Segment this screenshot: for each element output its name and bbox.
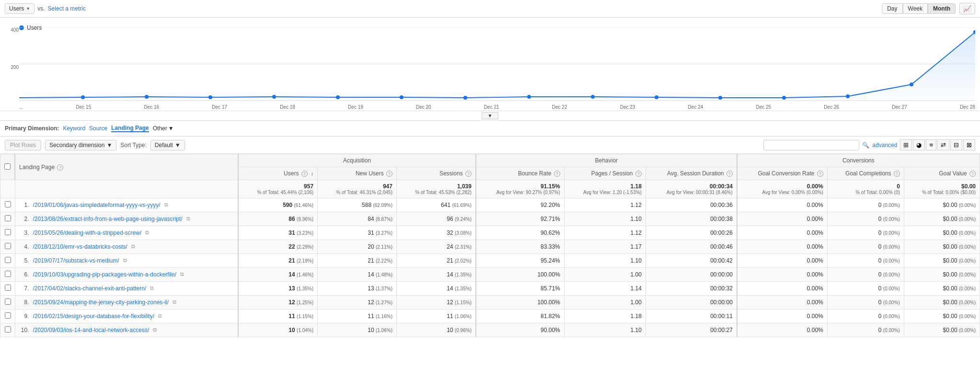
landing-page-link[interactable]: /2019/10/03/upgrading-pip-packages-withi… — [33, 271, 177, 278]
x-label-dec16: Dec 16 — [144, 104, 159, 110]
sort-default-dropdown[interactable]: Default ▼ — [150, 140, 185, 150]
goal-comp-info-icon[interactable]: ? — [894, 171, 900, 177]
open-in-icon[interactable]: ⧉ — [180, 271, 187, 278]
row-number: 9. — [19, 313, 31, 320]
totals-avgsession-cell: 00:00:34 Avg for View: 00:00:31 (8.46%) — [646, 180, 737, 198]
goal-comp-cell: 0 (0.00%) — [827, 254, 904, 268]
avg-session-cell: 00:00:00 — [646, 296, 737, 310]
landing-page-link[interactable]: /2015/09/24/mapping-the-jersey-city-park… — [33, 299, 169, 306]
secondary-dimension-dropdown[interactable]: Secondary dimension ▼ — [45, 140, 116, 150]
open-in-icon[interactable]: ⧉ — [123, 257, 130, 264]
compare-view-button[interactable]: ⇄ — [937, 139, 949, 150]
open-in-icon[interactable]: ⧉ — [173, 299, 179, 306]
bounce-rate-info-icon[interactable]: ? — [554, 171, 560, 177]
landing-page-link[interactable]: /2015/05/26/dealing-with-a-stripped-scre… — [33, 229, 142, 236]
open-in-icon[interactable]: ⧉ — [150, 285, 157, 292]
goal-comp-cell: 0 (0.00%) — [827, 310, 904, 323]
search-icon[interactable]: 🔍 — [862, 142, 869, 149]
svg-point-12 — [591, 95, 595, 99]
landing-page-link[interactable]: /2019/07/17/substack-vs-medium/ — [33, 257, 119, 264]
new-users-cell: 11 (1.16%) — [318, 310, 397, 323]
pages-session-cell: 1.12 — [564, 198, 646, 212]
goal-conv-cell: 0.00% — [737, 310, 827, 323]
landing-page-link[interactable]: /2013/08/26/extract-info-from-a-web-page… — [33, 216, 183, 222]
svg-point-4 — [81, 95, 85, 99]
month-button[interactable]: Month — [928, 3, 956, 14]
dim-keyword-link[interactable]: Keyword — [63, 125, 85, 132]
pie-view-button[interactable]: ◕ — [913, 139, 925, 150]
new-users-info-icon[interactable]: ? — [386, 171, 392, 177]
search-input[interactable] — [763, 140, 859, 150]
select-all-checkbox[interactable] — [4, 163, 11, 170]
open-in-icon[interactable]: ⧉ — [131, 243, 138, 250]
svg-point-8 — [336, 95, 340, 99]
row-checkbox[interactable] — [5, 285, 11, 291]
landing-page-link[interactable]: /2020/09/03/ios-14-and-local-network-acc… — [33, 327, 150, 333]
pages-session-cell: 1.12 — [564, 226, 646, 240]
row-checkbox[interactable] — [5, 215, 11, 221]
advanced-link[interactable]: advanced — [872, 142, 897, 149]
open-in-icon[interactable]: ⧉ — [186, 216, 193, 222]
x-label-dec25: Dec 25 — [756, 104, 771, 110]
table-view-button[interactable]: ⊠ — [963, 139, 975, 150]
totals-new-users-sub: % of Total: 46.31% (2,045) — [322, 190, 392, 195]
chart-toggle-button[interactable]: 📈 — [959, 3, 975, 14]
row-checkbox[interactable] — [5, 257, 11, 263]
goal-conv-cell: 0.00% — [737, 268, 827, 282]
row-checkbox[interactable] — [5, 243, 11, 249]
goal-value-info-icon[interactable]: ? — [969, 171, 976, 177]
totals-check-col — [0, 180, 15, 198]
row-checkbox[interactable] — [5, 271, 11, 277]
totals-goalvalue-sub: % of Total: 0.00% ($0.00) — [908, 190, 976, 195]
dimension-select-btn[interactable]: Users ▼ — [5, 3, 35, 14]
pivot-view-button[interactable]: ⊟ — [950, 139, 962, 150]
dim-source-link[interactable]: Source — [89, 125, 107, 132]
table-row: 8. /2015/09/24/mapping-the-jersey-city-p… — [0, 296, 980, 310]
scroll-indicator-btn[interactable]: ▼ — [482, 112, 499, 119]
row-checkbox[interactable] — [5, 298, 11, 305]
landing-page-info-icon[interactable]: ? — [57, 164, 63, 171]
open-in-icon[interactable]: ⧉ — [153, 327, 160, 333]
row-checkbox-cell — [0, 268, 15, 282]
bounce-rate-cell: 92.20% — [476, 198, 564, 212]
open-in-icon[interactable]: ⧉ — [164, 202, 171, 208]
scroll-indicator-area: ▼ — [0, 111, 980, 121]
avg-session-info-icon[interactable]: ? — [726, 171, 733, 177]
users-cell: 21 (2.19%) — [238, 254, 318, 268]
week-button[interactable]: Week — [903, 3, 928, 14]
open-in-icon[interactable]: ⧉ — [145, 229, 152, 236]
list-view-button[interactable]: ≡ — [926, 139, 936, 150]
x-label-0: ... — [19, 104, 23, 110]
grid-view-button[interactable]: ⊞ — [900, 139, 912, 150]
users-cell: 31 (3.23%) — [238, 226, 318, 240]
totals-goalconv-value: 0.00% — [741, 183, 823, 190]
open-in-icon[interactable]: ⧉ — [158, 313, 165, 320]
pages-session-info-icon[interactable]: ? — [635, 171, 642, 177]
goal-conv-cell: 0.00% — [737, 226, 827, 240]
landing-page-link[interactable]: /2019/01/06/javas-simpledateformat-yyyy-… — [33, 202, 161, 208]
row-checkbox[interactable] — [5, 201, 11, 207]
totals-goalcomp-cell: 0 % of Total: 0.00% (0) — [827, 180, 904, 198]
x-label-dec27: Dec 27 — [892, 104, 907, 110]
table-row: 2. /2013/08/26/extract-info-from-a-web-p… — [0, 212, 980, 226]
goal-value-cell: $0.00 (0.00%) — [904, 254, 980, 268]
plot-rows-button[interactable]: Plot Rows — [5, 140, 41, 150]
landing-page-link[interactable]: /2017/04/02/slacks-channel-exit-anti-pat… — [33, 285, 147, 292]
row-checkbox[interactable] — [5, 312, 11, 319]
row-checkbox[interactable] — [5, 229, 11, 235]
users-info-icon[interactable]: ? — [301, 171, 308, 177]
goal-value-cell: $0.00 (0.00%) — [904, 212, 980, 226]
select-metric-link[interactable]: Select a metric — [48, 5, 86, 12]
landing-page-link[interactable]: /2018/12/10/emr-vs-databricks-costs/ — [33, 243, 127, 250]
row-checkbox[interactable] — [5, 326, 11, 333]
dim-other-dropdown[interactable]: Other ▼ — [153, 125, 174, 132]
bounce-rate-cell: 83.33% — [476, 240, 564, 254]
sessions-info-icon[interactable]: ? — [465, 171, 472, 177]
day-button[interactable]: Day — [882, 3, 902, 14]
avg-session-cell: 00:00:32 — [646, 282, 737, 296]
users-cell: 22 (2.29%) — [238, 240, 318, 254]
dim-landing-page-link[interactable]: Landing Page — [111, 125, 149, 132]
row-number: 1. — [19, 202, 31, 208]
goal-conv-info-icon[interactable]: ? — [817, 171, 823, 177]
landing-page-link[interactable]: /2016/02/15/design-your-database-for-fle… — [33, 313, 154, 320]
